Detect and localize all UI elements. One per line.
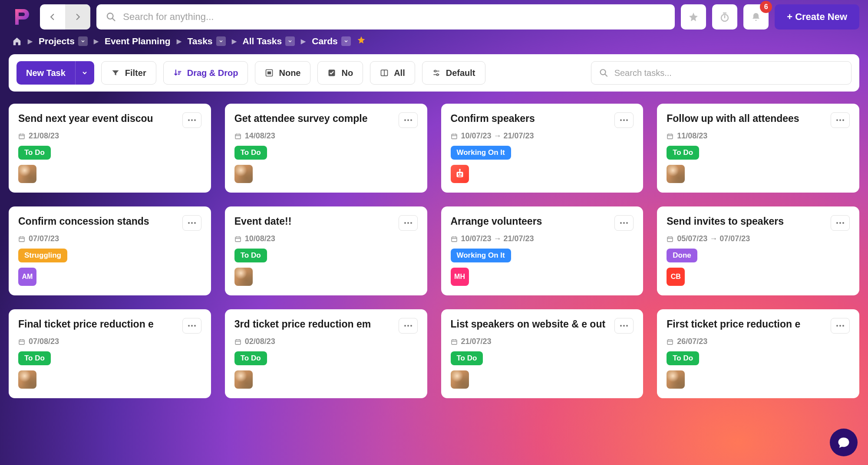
assignee-avatar[interactable]: AM	[18, 268, 36, 286]
global-search-input[interactable]	[123, 11, 665, 23]
nav-back-button[interactable]	[40, 4, 65, 29]
status-badge: To Do	[667, 146, 699, 160]
chevron-right-icon: ▶	[301, 38, 306, 45]
status-badge: To Do	[451, 351, 483, 365]
chevron-down-icon[interactable]	[285, 36, 295, 46]
svg-point-31	[623, 119, 625, 121]
task-card[interactable]: Arrange volunteers10/07/23 → 21/07/23Wor…	[441, 206, 644, 295]
filter-button[interactable]: Filter	[101, 61, 156, 85]
columns-button[interactable]: All	[370, 61, 415, 85]
status-badge: To Do	[18, 146, 51, 160]
assignee-avatar[interactable]	[234, 268, 253, 286]
task-search[interactable]	[591, 61, 851, 85]
svg-point-66	[626, 222, 628, 224]
chat-button[interactable]	[830, 429, 858, 456]
assignee-avatar[interactable]	[667, 370, 685, 389]
timer-button[interactable]	[712, 4, 737, 29]
card-menu-button[interactable]	[399, 215, 418, 231]
sort-button[interactable]: Drag & Drop	[163, 61, 248, 85]
assignee-avatar[interactable]: CB	[667, 268, 685, 286]
svg-point-59	[410, 222, 412, 224]
calendar-icon	[234, 338, 241, 345]
new-task-dropdown[interactable]	[75, 61, 94, 85]
calendar-icon	[667, 236, 673, 242]
nav-forward-button[interactable]	[65, 4, 90, 29]
assignee-avatar[interactable]	[18, 370, 36, 389]
card-menu-button[interactable]	[182, 215, 201, 231]
favorites-button[interactable]	[681, 4, 706, 29]
calendar-icon	[451, 236, 458, 242]
assignee-avatar[interactable]	[451, 165, 469, 183]
task-card[interactable]: Confirm speakers10/07/23 → 21/07/23Worki…	[441, 104, 644, 193]
card-date: 26/07/23	[667, 337, 850, 346]
breadcrumb-tasks[interactable]: Tasks	[188, 36, 226, 46]
task-card[interactable]: First ticket price reduction e26/07/23To…	[657, 309, 859, 398]
task-card[interactable]: Follow up with all attendees11/08/23To D…	[657, 104, 859, 193]
notifications-button[interactable]: 6	[743, 4, 769, 29]
card-date: 11/08/23	[667, 131, 850, 141]
assignee-avatar[interactable]	[234, 165, 253, 183]
card-title: Arrange volunteers	[451, 215, 611, 228]
card-menu-button[interactable]	[182, 112, 201, 128]
favorite-toggle[interactable]	[357, 36, 366, 46]
task-card[interactable]: Confirm concession stands07/07/23Struggl…	[9, 206, 211, 295]
card-title: Follow up with all attendees	[667, 112, 827, 125]
global-search[interactable]	[96, 4, 675, 29]
task-card[interactable]: Get attendee survey comple14/08/23To Do	[225, 104, 427, 193]
task-card[interactable]: 3rd ticket price reduction em02/08/23To …	[225, 309, 427, 398]
chevron-down-icon[interactable]	[216, 36, 226, 46]
card-menu-button[interactable]	[399, 112, 418, 128]
breadcrumb-projects[interactable]: Projects	[39, 36, 88, 46]
chevron-down-icon[interactable]	[341, 36, 351, 46]
assignee-avatar[interactable]	[234, 370, 253, 389]
svg-point-16	[188, 119, 190, 121]
svg-point-13	[436, 74, 438, 75]
calendar-icon	[234, 236, 241, 242]
card-menu-button[interactable]	[614, 112, 634, 128]
svg-point-39	[460, 173, 462, 175]
assignee-avatar[interactable]	[667, 165, 685, 183]
card-menu-button[interactable]	[614, 318, 634, 334]
svg-line-1	[113, 19, 115, 21]
breadcrumb-cards[interactable]: Cards	[312, 36, 351, 46]
settings-button[interactable]: Default	[422, 61, 485, 85]
assignee-avatar[interactable]	[18, 165, 36, 183]
task-card[interactable]: Event date!!10/08/23To Do	[225, 206, 427, 295]
status-badge: Working On It	[451, 249, 511, 262]
breadcrumb-event-planning[interactable]: Event Planning	[105, 36, 171, 46]
create-new-button[interactable]: + Create New	[775, 4, 859, 29]
card-menu-button[interactable]	[614, 215, 634, 231]
card-menu-button[interactable]	[399, 318, 418, 334]
group-button[interactable]: None	[255, 61, 310, 85]
card-menu-button[interactable]	[831, 112, 850, 128]
new-task-button[interactable]: New Task	[17, 61, 75, 85]
card-title: Send invites to speakers	[667, 215, 827, 228]
assignee-avatar[interactable]	[451, 370, 469, 389]
bell-icon	[751, 12, 761, 22]
svg-point-87	[410, 325, 412, 327]
chevron-right-icon: ▶	[28, 38, 33, 45]
card-menu-button[interactable]	[182, 318, 201, 334]
breadcrumb-all-tasks[interactable]: All Tasks	[243, 36, 295, 46]
card-date: 05/07/23 → 07/07/23	[667, 234, 850, 243]
task-card[interactable]: Final ticket price reduction e07/08/23To…	[9, 309, 211, 398]
task-card[interactable]: List speakers on website & e out21/07/23…	[441, 309, 644, 398]
task-card[interactable]: Send next year event discou21/08/23To Do	[9, 104, 211, 193]
svg-rect-102	[667, 340, 673, 344]
app-logo[interactable]	[9, 4, 34, 29]
svg-point-58	[407, 222, 409, 224]
svg-point-100	[839, 325, 841, 327]
card-menu-button[interactable]	[831, 318, 850, 334]
chevron-left-icon	[49, 13, 56, 21]
columns-label: All	[394, 68, 405, 78]
calendar-icon	[234, 133, 241, 140]
home-icon[interactable]	[12, 36, 22, 46]
card-menu-button[interactable]	[831, 215, 850, 231]
completed-button[interactable]: No	[317, 61, 363, 85]
chevron-down-icon[interactable]	[78, 36, 88, 46]
task-search-input[interactable]	[614, 68, 843, 78]
assignee-avatar[interactable]: MH	[451, 268, 469, 286]
task-card[interactable]: Send invites to speakers05/07/23 → 07/07…	[657, 206, 859, 295]
star-icon	[357, 36, 366, 44]
svg-point-23	[404, 119, 406, 121]
